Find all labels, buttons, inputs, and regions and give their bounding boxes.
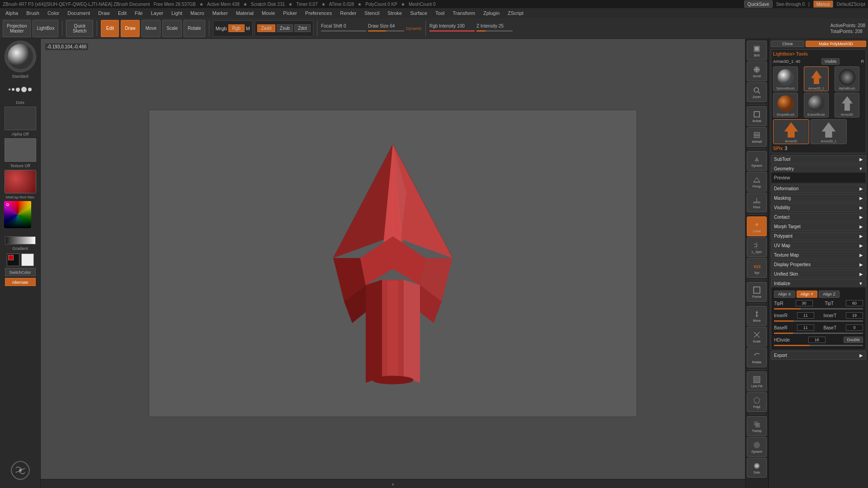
zdot-val[interactable]: Zdot <box>294 24 311 32</box>
baser-input[interactable] <box>797 324 814 331</box>
lightbox-button[interactable]: LightBox <box>33 20 58 37</box>
alpha-brush-thumb[interactable]: AlphaBrush <box>835 66 859 91</box>
contact-header[interactable]: Contact ▶ <box>771 213 866 221</box>
make-polymesh-button[interactable]: Make PolyMesh3D <box>806 41 866 47</box>
rotate-button[interactable]: Rotate <box>184 20 205 37</box>
masking-header[interactable]: Masking ▶ <box>771 194 866 202</box>
menu-marker[interactable]: Marker <box>209 9 231 17</box>
simple-brush-thumb[interactable]: SimpleBrush <box>773 93 798 117</box>
brill-button[interactable]: BrIll <box>747 41 767 61</box>
eraser-brush-thumb[interactable]: EraserBrush <box>804 93 829 117</box>
dots-preview[interactable] <box>5 80 36 99</box>
hdivide-slider[interactable] <box>774 345 863 346</box>
draw-button[interactable]: Draw <box>121 20 139 37</box>
display-properties-header[interactable]: Display Properties ▶ <box>771 261 866 268</box>
swatch-black[interactable] <box>7 253 19 266</box>
menu-light[interactable]: Light <box>168 9 186 17</box>
gradient-bar[interactable] <box>5 236 36 244</box>
edit-button[interactable]: Edit <box>101 20 119 37</box>
z-intensity-slider[interactable] <box>476 30 513 32</box>
color-picker[interactable] <box>4 201 37 234</box>
initialize-header[interactable]: Initialize ▼ <box>771 280 866 287</box>
arrow3d-thumb[interactable]: Arrow3D <box>835 93 859 117</box>
polyf-button[interactable]: Polyf <box>747 392 767 412</box>
menu-movie[interactable]: Movie <box>258 9 278 17</box>
aahalf-button[interactable]: AAHalf <box>747 127 767 147</box>
baset-input[interactable] <box>846 324 863 331</box>
scale-icon-button[interactable]: Scale <box>747 327 767 347</box>
tipr-slider[interactable] <box>774 308 863 310</box>
deformation-header[interactable]: Deformation ▶ <box>771 185 866 192</box>
projection-master-button[interactable]: Projection Master <box>3 20 31 37</box>
menu-layer[interactable]: Layer <box>147 9 167 17</box>
menu-stencil[interactable]: Stencil <box>361 9 383 17</box>
floor-button[interactable]: Floor <box>747 192 767 212</box>
align-x-button[interactable]: Align X <box>774 291 795 298</box>
menu-stroke[interactable]: Stroke <box>384 9 406 17</box>
dynamic-button[interactable]: Dynami <box>747 151 767 171</box>
zadd-val[interactable]: Zadd <box>257 24 275 32</box>
linefill-button[interactable]: Line Fill <box>747 371 767 391</box>
menu-draw[interactable]: Draw <box>94 9 113 17</box>
sphere-brush-thumb[interactable]: SphereBrush <box>773 66 798 91</box>
menu-edit[interactable]: Edit <box>114 9 130 17</box>
clone-button[interactable]: Clone <box>771 41 804 47</box>
menu-zscript[interactable]: ZScript <box>504 9 527 17</box>
texture-preview[interactable] <box>5 138 36 162</box>
double-button[interactable]: Double <box>844 337 863 343</box>
color-spectrum[interactable] <box>4 201 31 228</box>
menu-transform[interactable]: Transform <box>449 9 479 17</box>
menu-alpha[interactable]: Alpha <box>2 9 22 17</box>
menu-color[interactable]: Color <box>44 9 63 17</box>
alternate-button[interactable]: Alternate <box>5 278 36 286</box>
scale-button[interactable]: Scale <box>162 20 182 37</box>
rgb-intensity-slider[interactable] <box>429 30 475 32</box>
zoom-button[interactable]: Zoom <box>747 82 767 102</box>
menu-brush[interactable]: Brush <box>23 9 43 17</box>
scroll-button[interactable]: Scroll <box>747 61 767 81</box>
material-preview[interactable] <box>5 170 36 193</box>
menu-document[interactable]: Document <box>64 9 94 17</box>
visible-button[interactable]: Visible <box>821 58 840 65</box>
tipr-input[interactable] <box>796 300 813 306</box>
menu-render[interactable]: Render <box>336 9 360 17</box>
align-z-button[interactable]: Align Z <box>819 291 840 298</box>
menus-button[interactable]: Menus <box>813 0 833 8</box>
transp-button[interactable]: Transp <box>747 416 767 436</box>
arrow3d1-thumb[interactable]: Arrow3D_1 <box>804 66 829 91</box>
innerr-input[interactable] <box>797 312 814 319</box>
actual-button[interactable]: Actual <box>747 106 767 126</box>
subtool-header[interactable]: SubTool ▶ <box>771 155 866 163</box>
menu-picker[interactable]: Picker <box>279 9 301 17</box>
menu-surface[interactable]: Surface <box>406 9 431 17</box>
quicksave-button[interactable]: QuickSave <box>744 0 772 8</box>
tipt-input[interactable] <box>846 300 863 306</box>
innert-input[interactable] <box>846 312 863 319</box>
innerr-slider[interactable] <box>774 320 863 322</box>
morph-target-header[interactable]: Morph Target ▶ <box>771 223 866 230</box>
uv-map-header[interactable]: UV Map ▶ <box>771 242 866 249</box>
frame-button[interactable]: Frame <box>747 282 767 302</box>
local-button[interactable]: Local <box>747 216 767 236</box>
switch-color-button[interactable]: SwitchColor <box>5 268 36 276</box>
alpha-preview[interactable] <box>5 107 36 130</box>
align-y-button[interactable]: Align Y <box>797 291 817 298</box>
unified-skin-header[interactable]: Unified Skin ▶ <box>771 270 866 278</box>
swatch-white[interactable] <box>21 253 34 266</box>
hdivide-input[interactable] <box>808 337 826 343</box>
rgb-val[interactable]: Rgb <box>228 24 245 32</box>
viewport[interactable] <box>149 110 637 417</box>
zsub-val[interactable]: Zsub <box>277 24 293 32</box>
move-icon-button[interactable]: Move <box>747 306 767 326</box>
visibility-header[interactable]: Visibility ▶ <box>771 204 866 211</box>
menu-tool[interactable]: Tool <box>432 9 448 17</box>
lsym-button[interactable]: L_Sym <box>747 237 767 257</box>
xyz-button[interactable]: xyz Xyz <box>747 258 767 278</box>
menu-preferences[interactable]: Preferences <box>302 9 335 17</box>
focal-slider[interactable] <box>321 30 366 32</box>
rotate-icon-button[interactable]: Rotate <box>747 347 767 367</box>
polypaint-header[interactable]: Polypaint ▶ <box>771 232 866 240</box>
baser-slider[interactable] <box>774 333 863 334</box>
move-button[interactable]: Move <box>142 20 160 37</box>
menu-zplugin[interactable]: Zplugin <box>480 9 503 17</box>
